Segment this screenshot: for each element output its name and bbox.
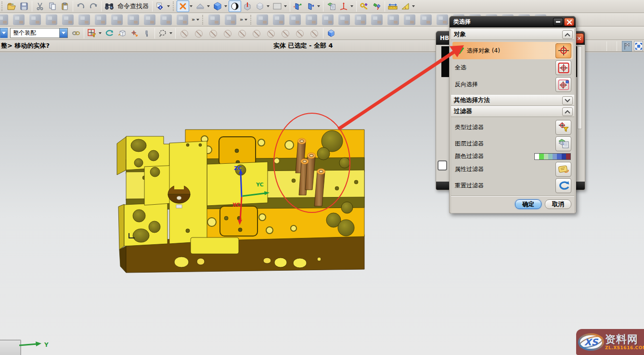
layer-filter-row[interactable]: 图层过滤器	[452, 135, 573, 152]
modeling-feature-icon[interactable]	[62, 14, 74, 25]
toolbar-overflow[interactable]: »	[192, 16, 195, 23]
dropdown-caret[interactable]	[267, 5, 270, 7]
color-filter-strip[interactable]	[534, 153, 571, 160]
layer-settings-icon[interactable]	[325, 0, 337, 12]
dropdown-caret[interactable]	[317, 5, 320, 7]
rollback-arrow-icon[interactable]	[103, 27, 116, 39]
numbered-tag-icon[interactable]	[154, 0, 167, 12]
color-swatch[interactable]	[544, 154, 548, 159]
command-finder-label[interactable]: 命令查找器	[117, 2, 149, 11]
collapse-chevron-icon[interactable]	[562, 107, 573, 116]
select-object-row[interactable]: 选择对象 (4)	[452, 42, 573, 59]
attribute-filter-row[interactable]: 属性过滤器	[452, 161, 573, 177]
assembly-scope-combo[interactable]: 整个装配	[10, 28, 68, 38]
combo-dropdown-button[interactable]	[59, 28, 67, 38]
modeling-feature-icon[interactable]	[0, 14, 8, 25]
modeling-feature-icon[interactable]	[437, 14, 448, 25]
paste-icon[interactable]	[59, 0, 71, 12]
move-face-icon[interactable]	[292, 0, 304, 12]
color-swatch[interactable]	[539, 154, 543, 159]
point-constructor-icon[interactable]	[128, 27, 141, 39]
toolbar-grip[interactable]	[1, 1, 4, 11]
dropdown-caret[interactable]	[245, 19, 247, 21]
dropdown-caret[interactable]	[284, 5, 287, 7]
layer-filter-button[interactable]	[555, 136, 571, 151]
modeling-feature-icon[interactable]	[128, 14, 139, 25]
color-filter-row[interactable]: 颜色过滤器	[452, 152, 573, 161]
checkbox[interactable]	[438, 160, 447, 171]
modeling-feature-icon[interactable]	[355, 14, 366, 25]
dropdown-caret[interactable]	[99, 32, 102, 34]
modeling-feature-icon[interactable]	[371, 14, 383, 25]
grip-tool-icon[interactable]	[141, 27, 153, 39]
snap-point-icon[interactable]	[309, 28, 320, 38]
collapse-chevron-icon[interactable]	[562, 30, 573, 39]
dropdown-caret[interactable]	[190, 5, 193, 7]
undo-icon[interactable]	[75, 0, 87, 12]
transform-face-icon[interactable]	[304, 0, 317, 12]
dropdown-caret[interactable]	[207, 5, 210, 7]
modeling-feature-icon[interactable]	[322, 14, 334, 25]
toolbar-grip[interactable]	[173, 1, 175, 11]
dropdown-caret[interactable]	[167, 5, 170, 7]
key-diamond-icon[interactable]	[371, 0, 383, 12]
dropdown-caret[interactable]	[196, 19, 199, 21]
toolbar-grip[interactable]	[250, 15, 253, 25]
display-color-swatch-icon[interactable]	[271, 0, 283, 12]
toolbar-overflow[interactable]: »	[240, 16, 243, 23]
modeling-feature-icon[interactable]	[273, 14, 284, 25]
snap-point-icon[interactable]	[280, 28, 291, 38]
interpart-link-icon[interactable]	[70, 27, 82, 39]
snap-point-icon[interactable]	[266, 28, 276, 38]
redo-icon[interactable]	[87, 0, 100, 12]
snap-point-icon[interactable]	[222, 28, 233, 38]
copy-icon[interactable]	[46, 0, 59, 12]
modeling-feature-icon[interactable]	[13, 14, 25, 25]
modeling-feature-icon[interactable]	[29, 14, 41, 25]
color-swatch[interactable]	[566, 154, 570, 159]
dropdown-caret[interactable]	[169, 32, 172, 34]
shaded-display-icon[interactable]	[229, 0, 241, 12]
datum-csys-icon[interactable]	[241, 0, 254, 12]
modeling-feature-icon[interactable]	[46, 14, 57, 25]
invert-selection-row[interactable]: 反向选择	[452, 76, 573, 93]
snap-point-icon[interactable]	[295, 28, 305, 38]
restore-window-icon[interactable]	[634, 41, 643, 51]
section-header-other-methods[interactable]: 其他选择方法	[451, 95, 574, 106]
modeling-feature-icon[interactable]	[387, 14, 399, 25]
close-icon[interactable]	[564, 18, 574, 26]
reset-filter-row[interactable]: 重置过滤器	[452, 177, 573, 194]
dialog-titlebar[interactable]: 类选择	[450, 16, 576, 27]
solid-body-icon[interactable]	[325, 27, 337, 39]
minimize-icon[interactable]	[553, 18, 563, 26]
modeling-feature-icon[interactable]	[338, 14, 350, 25]
expand-chevron-icon[interactable]	[562, 96, 573, 105]
view-filter-dropdown[interactable]	[0, 28, 8, 38]
measure-angle-icon[interactable]	[399, 0, 412, 12]
modeling-feature-icon[interactable]	[420, 14, 432, 25]
modeling-feature-icon[interactable]	[306, 14, 317, 25]
color-swatch[interactable]	[548, 154, 553, 159]
select-object-button[interactable]	[555, 43, 571, 58]
modeling-feature-icon[interactable]	[289, 14, 301, 25]
orange-x-marker-icon[interactable]	[177, 0, 189, 12]
modeling-feature-icon[interactable]	[225, 14, 236, 25]
snap-point-icon[interactable]	[208, 28, 219, 38]
checkered-flag-icon[interactable]	[622, 41, 632, 52]
snap-point-icon[interactable]	[193, 28, 204, 38]
modeling-feature-icon[interactable]	[208, 14, 220, 25]
snap-point-icon[interactable]	[251, 28, 262, 38]
selection-filter-icon[interactable]	[86, 27, 98, 39]
ok-button[interactable]: 确定	[515, 199, 541, 209]
color-swatch[interactable]	[535, 154, 539, 159]
command-finder-icon[interactable]	[103, 0, 116, 12]
snap-point-icon[interactable]	[179, 28, 190, 38]
wcs-display-icon[interactable]	[337, 0, 350, 12]
color-swatch[interactable]	[553, 154, 557, 159]
wedge-view-icon[interactable]	[194, 0, 206, 12]
color-swatch[interactable]	[557, 154, 561, 159]
lasso-icon[interactable]	[156, 27, 169, 39]
invert-selection-button[interactable]	[555, 77, 571, 92]
scrollbar[interactable]	[578, 46, 582, 129]
save-icon[interactable]	[18, 0, 30, 12]
